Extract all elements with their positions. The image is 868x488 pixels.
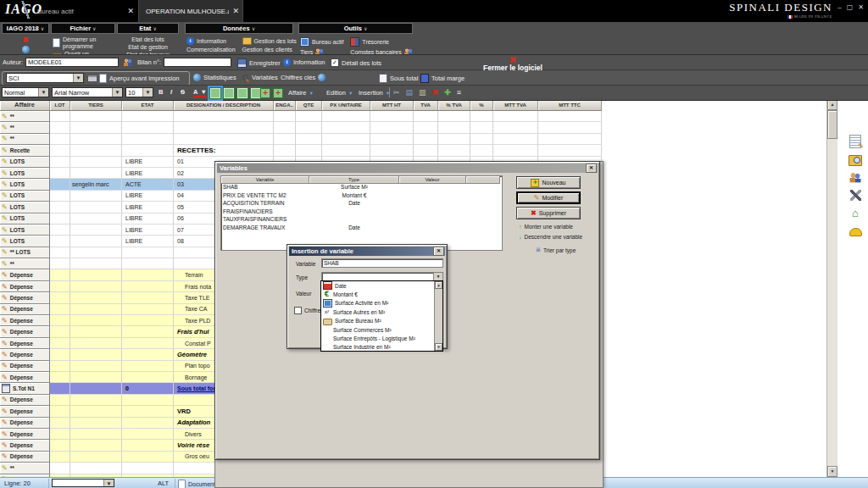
menu-donnees[interactable]: Données∨ xyxy=(185,23,293,34)
italic-button[interactable]: I xyxy=(170,88,172,96)
cell-style-button-1[interactable] xyxy=(209,87,221,99)
variable-row[interactable]: FRAISFINANCIERS xyxy=(221,208,502,217)
restore-button[interactable]: ▢ xyxy=(847,4,854,11)
cell-style-button-3[interactable] xyxy=(236,87,248,99)
font-color-button[interactable]: A▼ xyxy=(193,88,207,97)
menu-item-bureau-actif[interactable]: Bureau actif xyxy=(298,36,345,47)
nouveau-button[interactable]: +Nouveau xyxy=(516,176,581,189)
menu-outils[interactable]: Outils∨ xyxy=(298,23,413,34)
menu-item-etat-de-gestion[interactable]: Etat de gestion xyxy=(117,43,179,51)
table-row[interactable]: ** xyxy=(0,111,868,122)
minimize-button[interactable]: – xyxy=(837,4,841,11)
bold-button[interactable]: B xyxy=(159,88,163,96)
enregistrer-button[interactable]: Enregistrer xyxy=(237,58,281,68)
column-header[interactable]: DESIGNATION / DESCRIPTION xyxy=(174,99,274,111)
insert-row-button[interactable]: + xyxy=(260,88,270,98)
dropdown-scrollbar[interactable]: ▲ ▼ xyxy=(434,281,442,351)
type-option[interactable]: Surface Bureau M² xyxy=(321,317,435,325)
print-button[interactable] xyxy=(87,75,97,82)
variables-dialog-titlebar[interactable]: Variables ✕ xyxy=(217,164,598,173)
home-icon[interactable]: ⌂ xyxy=(849,206,862,219)
bilan-input[interactable] xyxy=(164,58,231,67)
column-header[interactable]: MTT HT xyxy=(370,99,414,111)
insertion-menu-button[interactable]: Insertion▼ xyxy=(359,89,390,97)
menu-item-demarrer-programme[interactable]: Démarrer un programme xyxy=(51,36,115,50)
tab-bureau-actif[interactable]: Bureau actif ✕ xyxy=(31,0,137,22)
descendre-variable-link[interactable]: ↓Descendre une variable xyxy=(519,234,582,240)
column-header[interactable]: % TVA xyxy=(438,99,470,111)
type-option[interactable]: Surface Entrepôts - Logistique M² xyxy=(321,334,435,342)
variables-list[interactable]: Variable Type Valeur SHAB Surface M² PRI… xyxy=(220,175,503,251)
variables-button[interactable]: Variables xyxy=(242,74,278,81)
type-option[interactable]: Date xyxy=(321,281,435,290)
menu-item-gestion-des-lots[interactable]: Gestion des lots xyxy=(241,36,298,46)
font-size-select[interactable]: 10▼ xyxy=(125,87,153,97)
close-window-button[interactable]: ✕ xyxy=(858,4,864,11)
variable-input[interactable] xyxy=(321,258,443,268)
table-row[interactable]: Recette RECETTES: xyxy=(0,145,868,156)
tab-operation-mulhouse[interactable]: OPERATION MULHOUSE.aff ✕ xyxy=(138,0,243,22)
add-icon[interactable]: ✚ xyxy=(444,88,451,97)
scroll-down-icon[interactable]: ▼ xyxy=(827,466,837,477)
style-select[interactable]: Normal▼ xyxy=(2,87,49,97)
monter-variable-link[interactable]: ↑Monter une variable xyxy=(519,224,573,230)
type-dropdown-list[interactable]: Date Montant € Surface Activité en M² Su… xyxy=(320,280,443,352)
chiffres-cles-button[interactable]: Chiffres clés xyxy=(281,74,326,81)
modifier-button[interactable]: ✎Modifier xyxy=(516,191,581,204)
sci-select[interactable]: SCI▼ xyxy=(6,73,84,83)
document-button[interactable]: Document xyxy=(178,480,215,488)
close-tab-icon[interactable]: ✕ xyxy=(124,7,137,15)
column-header[interactable]: TIERS xyxy=(70,99,122,111)
apercu-button[interactable]: Aperçu avant impression xyxy=(99,74,180,83)
column-header[interactable]: TVA xyxy=(414,99,438,111)
font-select[interactable]: Arial Narrow▼ xyxy=(52,87,123,97)
variable-row[interactable]: SHAB Surface M² xyxy=(221,184,502,192)
vertical-scrollbar[interactable]: ▲ ▼ xyxy=(826,99,837,477)
menu-etat[interactable]: Etat∨ xyxy=(117,23,179,34)
column-header[interactable]: LOT xyxy=(50,99,70,111)
strikethrough-button[interactable]: S xyxy=(181,88,185,96)
fermer-logiciel-button[interactable]: ✖ Fermer le logiciel xyxy=(470,56,555,72)
tools-icon[interactable] xyxy=(849,188,862,202)
menu-fichier[interactable]: Fichier∨ xyxy=(51,23,115,34)
information-button[interactable]: iInformation xyxy=(283,58,326,66)
table-row[interactable]: ** xyxy=(0,122,868,133)
column-header[interactable]: ETAT xyxy=(122,99,174,111)
variable-row[interactable]: DEMARRAGE TRAVAUX Date xyxy=(221,225,502,233)
type-option[interactable]: Surface Industrie en M² xyxy=(321,343,435,352)
sous-total-toggle[interactable]: Sous total xyxy=(379,74,418,83)
menu-item-tresorerie[interactable]: Trésorerie xyxy=(348,36,414,47)
type-option[interactable]: Surface Commerces M² xyxy=(321,325,435,334)
column-header[interactable]: % xyxy=(470,99,493,111)
close-tab-icon[interactable]: ✕ xyxy=(229,7,242,15)
auteur-input[interactable] xyxy=(25,58,119,67)
type-option[interactable]: Surface Activité en M² xyxy=(321,299,435,308)
menu-iago[interactable]: IAGO 2018∨ xyxy=(2,23,49,34)
author-picker-icon[interactable] xyxy=(124,58,132,66)
variable-row[interactable]: ACQUISITION TERRAIN Date xyxy=(221,200,502,208)
web-icon[interactable] xyxy=(2,44,49,54)
cell-style-button-2[interactable] xyxy=(223,87,235,99)
edit-document-icon[interactable] xyxy=(849,135,862,148)
delete-icon[interactable]: ✖ xyxy=(432,88,439,97)
column-header[interactable]: PX UNITAIRE xyxy=(322,99,370,111)
list-icon[interactable]: ≡ xyxy=(457,88,461,97)
column-header[interactable]: QTE xyxy=(296,99,322,111)
total-marge-toggle[interactable]: Total marge xyxy=(420,74,465,83)
insertion-dialog-titlebar[interactable]: Insertion de variable ✕ xyxy=(289,247,445,256)
menu-item-etat-des-lots[interactable]: Etat des lots xyxy=(117,36,179,43)
cut-icon[interactable]: ✂ xyxy=(393,88,400,97)
insert-col-button[interactable]: + xyxy=(273,88,283,98)
statistiques-button[interactable]: Statistiques xyxy=(193,74,236,81)
edition-menu-button[interactable]: Edition▼ xyxy=(326,89,353,97)
supprimer-button[interactable]: ✖Supprimer xyxy=(516,207,581,219)
table-row[interactable]: ** xyxy=(0,134,868,145)
variable-row[interactable]: TAUXFRAISFINANCIERS xyxy=(221,216,502,225)
paste-icon[interactable]: ▥ xyxy=(419,88,426,97)
type-option[interactable]: Surface Autres en M² xyxy=(321,308,435,316)
quit-icon[interactable]: ✖ xyxy=(2,36,49,44)
search-folder-icon[interactable] xyxy=(849,152,862,166)
copy-icon[interactable]: ▤ xyxy=(406,88,414,97)
close-dialog-icon[interactable]: ✕ xyxy=(433,247,444,256)
contacts-icon[interactable] xyxy=(849,170,862,184)
